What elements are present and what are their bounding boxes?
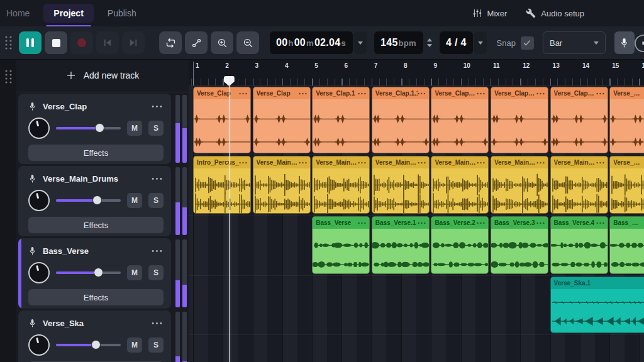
clip-menu-icon[interactable]: [299, 92, 307, 95]
tab-publish[interactable]: Publish: [97, 4, 147, 23]
automation-button[interactable]: [185, 31, 208, 54]
audio-clip[interactable]: Verse_Clap: [253, 87, 311, 153]
track-card[interactable]: Verse_Ska M S Effects: [18, 310, 171, 362]
pan-knob[interactable]: [28, 334, 50, 356]
timeline[interactable]: 12345678910111213141516 Verse_Clap Verse…: [189, 59, 644, 362]
input-mic-button[interactable]: [614, 31, 635, 54]
pan-knob[interactable]: [28, 262, 50, 283]
clip-menu-icon[interactable]: [477, 222, 485, 224]
drag-handle-icon[interactable]: [4, 35, 13, 50]
grid-resolution-select[interactable]: Bar: [543, 31, 606, 54]
record-button[interactable]: [70, 31, 93, 54]
clip-menu-icon[interactable]: [536, 222, 545, 224]
time-display-dropdown[interactable]: [354, 31, 367, 54]
audio-clip[interactable]: Verse_Main…: [431, 156, 489, 214]
audio-clip[interactable]: Intro_Percus_: [193, 156, 251, 214]
track-card[interactable]: Verse_Main_Drums M S Effects: [18, 166, 171, 236]
pan-knob[interactable]: [28, 190, 50, 211]
skip-back-button[interactable]: [96, 31, 119, 54]
loop-button[interactable]: [159, 31, 182, 54]
clip-menu-icon[interactable]: [418, 162, 426, 164]
track-card[interactable]: Verse_Clap M S Effects: [18, 94, 171, 164]
solo-button[interactable]: S: [148, 193, 164, 208]
mixer-button[interactable]: Mixer: [472, 8, 508, 18]
audio-clip[interactable]: Verse_Main…: [550, 156, 608, 214]
track-card[interactable]: Bass_Verse M S Effects: [18, 238, 171, 309]
audio-clip[interactable]: Bass_Verse: [312, 216, 370, 274]
tab-project[interactable]: Project: [43, 4, 93, 23]
audio-clip[interactable]: Verse_Clap.1: [312, 87, 370, 153]
clip-lane[interactable]: Intro_Percus_ Verse_Main… Verse_Main… Ve…: [189, 156, 644, 216]
audio-clip[interactable]: Verse_Clap: [193, 87, 251, 153]
clip-menu-icon[interactable]: [358, 162, 366, 164]
audio-clip[interactable]: Verse_Main…: [312, 156, 370, 214]
clip-menu-icon[interactable]: [239, 162, 247, 164]
time-signature-dropdown[interactable]: [474, 31, 487, 54]
tab-home[interactable]: Home: [0, 4, 40, 23]
solo-button[interactable]: S: [148, 121, 164, 136]
clip-menu-icon[interactable]: [239, 92, 247, 95]
zoom-out-button[interactable]: [236, 31, 259, 54]
clip-lane[interactable]: Verse_Ska.1: [189, 277, 644, 335]
effects-button[interactable]: Effects: [28, 289, 164, 305]
volume-slider-handle[interactable]: [95, 123, 104, 133]
clip-menu-icon[interactable]: [477, 92, 485, 95]
volume-slider[interactable]: [56, 123, 121, 133]
audio-clip[interactable]: Bass_Verse.2: [431, 216, 489, 274]
clip-menu-icon[interactable]: [358, 92, 366, 95]
effects-button[interactable]: Effects: [28, 145, 164, 161]
clip-menu-icon[interactable]: [358, 222, 366, 224]
audio-clip[interactable]: Verse_Main…: [253, 156, 311, 214]
track-menu-icon[interactable]: [152, 105, 162, 108]
audio-clip[interactable]: Verse_Ska.1: [550, 277, 644, 333]
audio-clip[interactable]: Bass_Verse.1: [372, 216, 430, 274]
track-menu-icon[interactable]: [152, 250, 162, 253]
audio-clip[interactable]: Verse_Clap.1.1: [372, 87, 430, 153]
mute-button[interactable]: M: [127, 337, 142, 353]
clip-menu-icon[interactable]: [596, 222, 604, 224]
pan-knob[interactable]: [28, 118, 50, 139]
clip-menu-icon[interactable]: [418, 92, 425, 95]
snap-checkbox[interactable]: [521, 36, 534, 50]
timeline-ruler[interactable]: 12345678910111213141516: [189, 59, 644, 86]
clip-lane[interactable]: Verse_Clap Verse_Clap Verse_Clap.1 Verse…: [189, 87, 644, 155]
clip-menu-icon[interactable]: [536, 162, 545, 164]
skip-forward-button[interactable]: [122, 31, 145, 54]
drag-handle-icon[interactable]: [4, 69, 13, 84]
bpm-stepper[interactable]: [427, 38, 432, 47]
audio-clip[interactable]: Verse_Clap…: [431, 87, 489, 153]
mute-button[interactable]: M: [127, 193, 142, 208]
mute-button[interactable]: M: [127, 265, 142, 280]
volume-slider-handle[interactable]: [91, 340, 101, 349]
audio-clip[interactable]: Bass_Verse.4: [550, 216, 608, 274]
audio-clip[interactable]: Verse_Main…: [491, 156, 548, 214]
clip-lane[interactable]: Bass_Verse Bass_Verse.1 Bass_Verse.2 Bas…: [189, 216, 644, 276]
time-signature-display[interactable]: 4 / 4: [440, 31, 473, 54]
volume-slider-handle[interactable]: [92, 195, 102, 205]
clip-menu-icon[interactable]: [596, 92, 604, 95]
volume-slider[interactable]: [56, 195, 121, 206]
volume-slider[interactable]: [56, 340, 121, 350]
volume-slider[interactable]: [56, 268, 121, 278]
pause-button[interactable]: [19, 31, 42, 54]
stop-button[interactable]: [45, 31, 67, 54]
audio-setup-button[interactable]: Audio setup: [526, 8, 584, 18]
mute-button[interactable]: M: [127, 121, 142, 136]
clip-menu-icon[interactable]: [536, 92, 545, 95]
clip-menu-icon[interactable]: [477, 162, 485, 164]
audio-clip[interactable]: Verse_Clap…: [550, 87, 608, 153]
audio-clip[interactable]: Bass_…: [609, 216, 644, 274]
solo-button[interactable]: S: [148, 337, 164, 353]
volume-slider-handle[interactable]: [94, 268, 103, 277]
solo-button[interactable]: S: [148, 265, 164, 280]
clip-menu-icon[interactable]: [299, 162, 307, 164]
track-menu-icon[interactable]: [152, 177, 162, 180]
bpm-display[interactable]: 145bpm: [374, 31, 423, 54]
audio-clip[interactable]: Verse_Main…: [372, 156, 430, 214]
time-display[interactable]: 00h00m02.04s: [270, 31, 353, 54]
audio-clip[interactable]: Verse_…: [609, 156, 644, 214]
effects-button[interactable]: Effects: [28, 217, 164, 233]
add-track-button[interactable]: Add new track: [16, 59, 189, 92]
audio-clip[interactable]: Verse_Clap…: [491, 87, 548, 153]
track-menu-icon[interactable]: [152, 322, 162, 325]
